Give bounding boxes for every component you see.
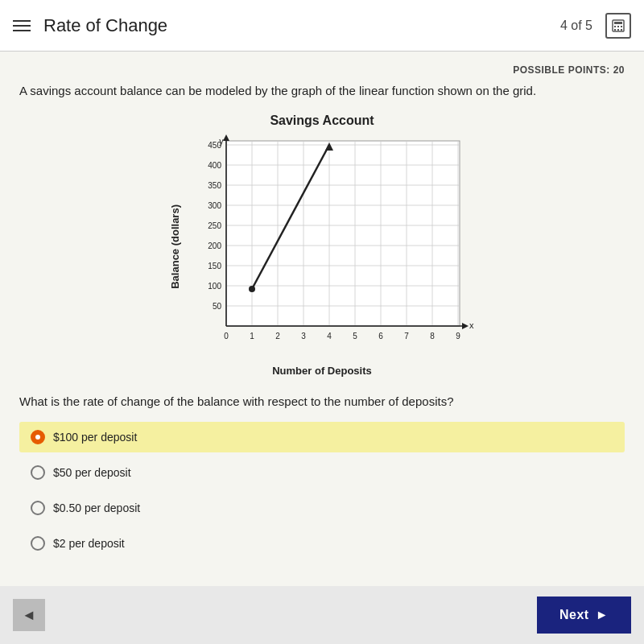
progress-indicator: 4 of 5 bbox=[560, 19, 592, 33]
svg-text:0: 0 bbox=[224, 332, 229, 341]
content-area: POSSIBLE POINTS: 20 A savings account ba… bbox=[0, 52, 644, 586]
chart-svg: y x 50 100 150 200 250 30 bbox=[186, 133, 476, 361]
svg-text:50: 50 bbox=[212, 302, 221, 311]
radio-3 bbox=[31, 501, 45, 515]
svg-rect-5 bbox=[614, 29, 616, 31]
svg-text:100: 100 bbox=[208, 282, 221, 291]
y-axis-label: Balance (dollars) bbox=[169, 204, 181, 289]
svg-text:4: 4 bbox=[327, 332, 332, 341]
back-button[interactable]: ◄ bbox=[13, 599, 45, 631]
next-arrow-icon: ► bbox=[596, 608, 609, 622]
calculator-icon[interactable] bbox=[605, 13, 631, 39]
svg-rect-3 bbox=[617, 26, 619, 27]
option-3-label: $0.50 per deposit bbox=[53, 502, 140, 514]
hamburger-icon[interactable] bbox=[13, 20, 31, 31]
answer-option-1[interactable]: $100 per deposit bbox=[19, 422, 625, 452]
chart-title: Savings Account bbox=[270, 114, 374, 128]
svg-text:450: 450 bbox=[208, 141, 221, 150]
svg-rect-6 bbox=[617, 29, 619, 31]
svg-text:1: 1 bbox=[250, 332, 254, 341]
svg-text:2: 2 bbox=[275, 332, 280, 341]
next-button[interactable]: Next ► bbox=[537, 597, 631, 634]
svg-rect-7 bbox=[621, 29, 622, 31]
answer-option-2[interactable]: $50 per deposit bbox=[19, 457, 625, 488]
radio-2 bbox=[31, 465, 45, 480]
svg-text:250: 250 bbox=[208, 221, 221, 230]
svg-text:200: 200 bbox=[208, 242, 221, 250]
svg-text:9: 9 bbox=[456, 332, 460, 341]
answer-option-4[interactable]: $2 per deposit bbox=[19, 528, 625, 559]
app-container: Rate of Change 4 of 5 POSSIBLE POINTS: 2… bbox=[0, 0, 644, 644]
next-label: Next bbox=[559, 608, 589, 622]
svg-text:5: 5 bbox=[353, 332, 357, 341]
svg-text:6: 6 bbox=[378, 332, 383, 341]
option-1-label: $100 per deposit bbox=[53, 431, 137, 444]
svg-text:400: 400 bbox=[208, 161, 221, 170]
svg-rect-4 bbox=[621, 26, 622, 27]
svg-text:300: 300 bbox=[208, 201, 221, 210]
header: Rate of Change 4 of 5 bbox=[0, 0, 644, 52]
svg-text:150: 150 bbox=[208, 262, 221, 270]
points-label: POSSIBLE POINTS: 20 bbox=[19, 64, 625, 76]
svg-text:3: 3 bbox=[301, 332, 306, 341]
sub-question: What is the rate of change of the balanc… bbox=[19, 393, 625, 411]
svg-rect-1 bbox=[614, 22, 622, 24]
chart-container: Savings Account Balance (dollars) bbox=[19, 114, 625, 377]
svg-marker-33 bbox=[462, 323, 469, 329]
radio-4 bbox=[31, 536, 45, 551]
x-axis-label: Number of Deposits bbox=[272, 365, 372, 377]
footer: ◄ Next ► bbox=[0, 586, 644, 644]
answer-option-3[interactable]: $0.50 per deposit bbox=[19, 493, 625, 523]
back-arrow-icon: ◄ bbox=[22, 607, 36, 624]
svg-rect-8 bbox=[226, 141, 460, 326]
svg-marker-30 bbox=[223, 134, 229, 141]
svg-text:350: 350 bbox=[208, 181, 221, 190]
svg-text:x: x bbox=[469, 320, 474, 330]
svg-point-56 bbox=[249, 286, 255, 292]
answer-options: $100 per deposit $50 per deposit $0.50 p… bbox=[19, 422, 625, 559]
option-2-label: $50 per deposit bbox=[53, 466, 131, 479]
page-title: Rate of Change bbox=[43, 15, 560, 36]
option-4-label: $2 per deposit bbox=[53, 537, 125, 550]
question-text: A savings account balance can be modeled… bbox=[19, 82, 625, 101]
chart-wrapper: Savings Account Balance (dollars) bbox=[169, 114, 476, 377]
svg-rect-2 bbox=[614, 26, 616, 27]
svg-text:7: 7 bbox=[404, 332, 409, 341]
chart-inner: Balance (dollars) bbox=[169, 133, 476, 361]
svg-text:8: 8 bbox=[430, 332, 435, 341]
radio-1 bbox=[31, 430, 45, 444]
